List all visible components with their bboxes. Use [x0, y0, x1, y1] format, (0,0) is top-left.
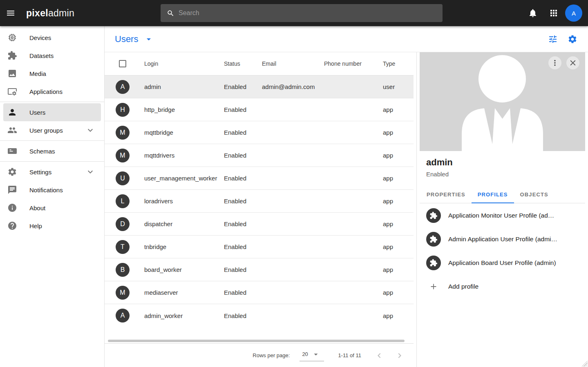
sidebar-divider — [0, 102, 104, 102]
sidebar-item-about[interactable]: About — [3, 199, 101, 217]
column-header-phone: Phone number — [320, 60, 379, 67]
chevron-right-icon[interactable] — [395, 351, 405, 360]
cell-status: Enabled — [220, 198, 258, 205]
help-icon — [7, 221, 17, 231]
table-row[interactable]: M mqttdrivers Enabled app — [105, 144, 414, 167]
column-header-type: Type — [379, 60, 416, 67]
sidebar-item-label: About — [29, 205, 95, 211]
search-bar[interactable] — [161, 4, 443, 22]
caret-down-icon — [311, 350, 320, 359]
tab-profiles[interactable]: PROFILES — [472, 186, 514, 203]
sidebar-item-label: Devices — [29, 34, 95, 41]
schema-card-icon — [7, 146, 17, 156]
profile-list-item[interactable]: Admin Application User Profile (admi… — [420, 228, 585, 251]
table-row[interactable]: L loradrivers Enabled app — [105, 190, 414, 213]
pagination-range: 1-11 of 11 — [338, 352, 361, 358]
row-avatar: U — [116, 171, 130, 185]
avatar-initial: A — [572, 10, 576, 17]
settings-gear-icon[interactable] — [568, 34, 577, 44]
table-row[interactable]: H http_bridge Enabled app — [105, 98, 414, 121]
table-row[interactable]: A admin Enabled admin@admin.com user — [105, 76, 414, 98]
sidebar-item-help[interactable]: Help — [3, 217, 101, 235]
user-avatar-button[interactable]: A — [565, 4, 582, 22]
sidebar-item-label: Help — [29, 222, 95, 229]
cell-email: admin@admin.com — [258, 83, 320, 90]
sidebar-divider — [0, 161, 104, 162]
apps-grid-icon[interactable] — [549, 8, 559, 18]
page-title-dropdown[interactable]: Users — [115, 34, 154, 44]
cell-login: mediaserver — [141, 289, 220, 296]
sidebar-item-media[interactable]: Media — [3, 65, 101, 82]
cell-status: Enabled — [220, 152, 258, 159]
tab-properties[interactable]: PROPERTIES — [420, 186, 472, 203]
row-avatar: M — [116, 149, 130, 162]
chip-icon — [7, 33, 17, 42]
table-row[interactable]: U user_management_worker Enabled app — [105, 167, 414, 190]
sidebar-item-user-groups[interactable]: User groups — [3, 121, 101, 139]
row-avatar: M — [116, 126, 130, 140]
profile-list-item[interactable]: Application Board User Profile (admin) — [420, 251, 585, 274]
table-pagination: Rows per page: 20 1-11 of 11 — [105, 343, 414, 367]
sidebar-item-users[interactable]: Users — [3, 103, 101, 121]
cell-login: tnbridge — [141, 243, 220, 250]
table-row[interactable]: B board_worker Enabled app — [105, 258, 414, 281]
sidebar-divider — [0, 140, 104, 141]
tab-objects[interactable]: OBJECTS — [514, 186, 554, 203]
sidebar-item-devices[interactable]: Devices — [3, 29, 101, 47]
puzzle-icon — [426, 208, 441, 223]
row-avatar: A — [116, 309, 130, 323]
profile-label: Application Monitor User Profile (ad… — [448, 212, 554, 219]
cell-login: http_bridge — [141, 106, 220, 113]
sidebar-item-datasets[interactable]: Datasets — [3, 47, 101, 65]
puzzle-icon — [7, 51, 17, 60]
tune-filter-icon[interactable] — [548, 34, 558, 44]
select-all-checkbox[interactable] — [119, 60, 126, 67]
puzzle-icon — [426, 232, 441, 247]
cell-status: Enabled — [220, 289, 258, 296]
cell-type: app — [379, 312, 416, 319]
sidebar-nav: Devices Datasets Media Applications User… — [0, 26, 105, 367]
cell-type: user — [379, 83, 416, 90]
cell-status: Enabled — [220, 83, 258, 90]
search-input[interactable] — [179, 9, 438, 17]
profile-label: Application Board User Profile (admin) — [448, 259, 556, 267]
horizontal-scrollbar[interactable] — [108, 340, 405, 342]
person-icon — [7, 107, 17, 117]
cell-status: Enabled — [220, 175, 258, 182]
sidebar-item-notifications[interactable]: Notifications — [3, 181, 101, 199]
cell-status: Enabled — [220, 220, 258, 227]
users-table: Login Status Email Phone number Type A a… — [105, 52, 416, 367]
puzzle-icon — [426, 256, 441, 270]
topbar-actions: A — [528, 0, 582, 26]
chevron-left-icon[interactable] — [374, 351, 384, 360]
bell-icon[interactable] — [528, 8, 538, 18]
rows-per-page-select[interactable]: 20 — [300, 350, 324, 361]
sidebar-item-label: Notifications — [29, 187, 95, 194]
sidebar-item-label: Applications — [29, 88, 95, 95]
brand-bold: pixel — [26, 8, 48, 18]
table-row[interactable]: M mediaserver Enabled app — [105, 281, 414, 304]
person-silhouette-image — [420, 52, 585, 151]
sidebar-item-applications[interactable]: Applications — [3, 82, 101, 100]
cell-login: board_worker — [141, 266, 220, 273]
table-row[interactable]: M mqttbridge Enabled app — [105, 121, 414, 144]
search-icon — [167, 9, 174, 17]
column-header-login: Login — [141, 60, 220, 67]
table-row[interactable]: T tnbridge Enabled app — [105, 236, 414, 258]
table-row[interactable]: A admin_worker Enabled app — [105, 304, 414, 327]
sidebar-item-label: Datasets — [29, 52, 95, 59]
table-row[interactable]: D dispatcher Enabled app — [105, 213, 414, 236]
row-avatar: D — [116, 217, 130, 231]
cell-type: app — [379, 106, 416, 113]
cell-status: Enabled — [220, 266, 258, 273]
sidebar-item-settings[interactable]: Settings — [3, 163, 101, 181]
profile-list-item[interactable]: Application Monitor User Profile (ad… — [420, 204, 585, 227]
add-profile-button[interactable]: Add profile — [420, 275, 585, 298]
panel-menu-button[interactable] — [548, 56, 561, 69]
menu-icon[interactable] — [6, 8, 16, 18]
sidebar-item-schemas[interactable]: Schemas — [3, 142, 101, 160]
sidebar-item-label: Schemas — [29, 148, 95, 155]
chevron-down-icon — [85, 125, 95, 135]
cell-status: Enabled — [220, 312, 258, 319]
panel-close-button[interactable] — [566, 56, 579, 69]
